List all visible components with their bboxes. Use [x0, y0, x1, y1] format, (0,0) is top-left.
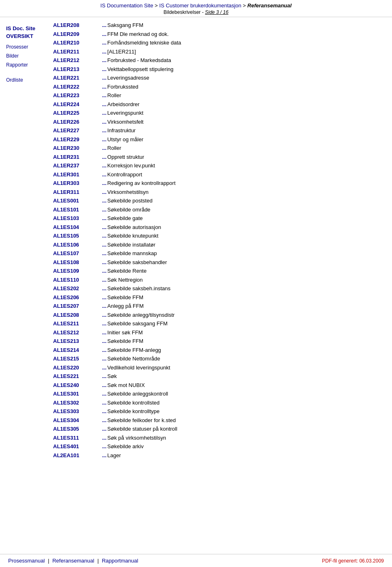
entry-desc: Kontrollrapport: [107, 171, 142, 179]
entry-code[interactable]: AL2EA101: [53, 451, 102, 460]
list-item: AL1ER209...FFM Dle merknad og dok.: [53, 30, 384, 38]
entry-code[interactable]: AL1ER208: [53, 21, 102, 29]
entry-code[interactable]: AL1ER211: [53, 48, 102, 56]
entry-dots: ...: [102, 56, 107, 64]
entry-code[interactable]: AL1ES301: [53, 390, 102, 398]
entry-code[interactable]: AL1ES214: [53, 346, 102, 354]
entry-desc: Søkebilde anlegg/tilsynsdistr: [107, 311, 175, 319]
entry-dots: ...: [102, 329, 107, 337]
entry-code[interactable]: AL1ER227: [53, 127, 102, 135]
entry-desc: Lager: [107, 451, 121, 460]
sidebar-item-prosesser[interactable]: Prosesser: [6, 44, 41, 50]
entry-code[interactable]: AL1ER224: [53, 100, 102, 109]
entry-code[interactable]: AL1ER222: [53, 83, 102, 91]
entry-desc: Arbeidsordrer: [107, 100, 140, 109]
entry-code[interactable]: AL1ES101: [53, 206, 102, 214]
entry-code[interactable]: AL1ES108: [53, 258, 102, 267]
entry-code[interactable]: AL1ER231: [53, 153, 102, 161]
entry-code[interactable]: AL1ES302: [53, 399, 102, 407]
entry-code[interactable]: AL1ES211: [53, 320, 102, 328]
entry-desc: Korreksjon lev.punkt: [107, 162, 155, 170]
entry-code[interactable]: AL1ES221: [53, 372, 102, 380]
entry-dots: ...: [102, 74, 107, 82]
entry-desc: Anlegg på FFM: [107, 302, 144, 310]
list-item: AL1ES221...Søk: [53, 372, 384, 380]
entry-code[interactable]: AL1ES215: [53, 355, 102, 363]
list-item: AL1ER225...Leveringspunkt: [53, 109, 384, 117]
entry-code[interactable]: AL1ES240: [53, 381, 102, 389]
entry-dots: ...: [102, 372, 107, 380]
breadcrumb-site[interactable]: IS Documentation Site: [100, 2, 153, 9]
list-item: AL1ES212...Initier søk FFM: [53, 329, 384, 337]
entry-code[interactable]: AL1ER230: [53, 144, 102, 152]
entry-code[interactable]: AL1ES206: [53, 294, 102, 302]
entry-code[interactable]: AL1ER223: [53, 91, 102, 100]
entry-dots: ...: [102, 232, 107, 240]
entry-code[interactable]: AL1ES109: [53, 267, 102, 275]
entry-code[interactable]: AL1ES110: [53, 276, 102, 284]
footer-link-referansemanual[interactable]: Referansemanual: [52, 558, 94, 564]
list-item: AL1ES401...Søkebilde arkiv: [53, 442, 384, 451]
entry-code[interactable]: AL1ES202: [53, 285, 102, 293]
entry-code[interactable]: AL1ER226: [53, 118, 102, 126]
entry-desc: Vekttabelloppsett stipulering: [107, 65, 174, 73]
main-layout: IS Doc. Site OVERSIKT Prosesser Bilder R…: [0, 17, 392, 548]
entry-code[interactable]: AL1ER225: [53, 109, 102, 117]
entry-code[interactable]: AL1ER221: [53, 74, 102, 82]
entry-code[interactable]: AL1ES207: [53, 302, 102, 310]
entry-dots: ...: [102, 442, 107, 451]
entry-code[interactable]: AL1ES105: [53, 232, 102, 240]
list-item: AL1ER301...Kontrollrapport: [53, 171, 384, 179]
entry-code[interactable]: AL1ER237: [53, 162, 102, 170]
entry-code[interactable]: AL1ES106: [53, 241, 102, 249]
footer-links: Prosessmanual | Referansemanual | Rappor…: [8, 558, 138, 564]
entry-desc: Søkebilde installatør: [107, 241, 156, 249]
entry-code[interactable]: AL1ER210: [53, 39, 102, 47]
sidebar-item-rapporter[interactable]: Rapporter: [6, 62, 41, 68]
entry-code[interactable]: AL1ER311: [53, 188, 102, 196]
entry-code[interactable]: AL1ES001: [53, 197, 102, 205]
entry-desc: Søkebilde mannskap: [107, 249, 157, 258]
entry-dots: ...: [102, 285, 107, 293]
entry-code[interactable]: AL1ES104: [53, 223, 102, 231]
list-item: AL1ER222...Forbrukssted: [53, 83, 384, 91]
breadcrumb-customer[interactable]: IS Customer brukerdokumentasjon: [159, 2, 241, 9]
entry-code[interactable]: AL1ES305: [53, 425, 102, 433]
entry-dots: ...: [102, 65, 107, 73]
entry-code[interactable]: AL1ES212: [53, 329, 102, 337]
list-item: AL1ER224...Arbeidsordrer: [53, 100, 384, 109]
entry-code[interactable]: AL1ES303: [53, 407, 102, 416]
sidebar-item-oversikt[interactable]: OVERSIKT: [6, 33, 41, 39]
list-item: AL1ER213...Vekttabelloppsett stipulering: [53, 65, 384, 73]
sidebar-item-bilder[interactable]: Bilder: [6, 53, 41, 59]
entry-code[interactable]: AL1ES401: [53, 442, 102, 451]
entry-code[interactable]: AL1ER303: [53, 179, 102, 187]
entry-dots: ...: [102, 127, 107, 135]
entry-dots: ...: [102, 346, 107, 354]
entry-code[interactable]: AL1ER209: [53, 30, 102, 38]
entry-code[interactable]: AL1ES107: [53, 249, 102, 258]
entry-code[interactable]: AL1ER212: [53, 56, 102, 64]
list-item: AL1ES302...Søkebilde kontrollsted: [53, 399, 384, 407]
entry-code[interactable]: AL1ER229: [53, 136, 102, 144]
entry-code[interactable]: AL1ER301: [53, 171, 102, 179]
entry-code[interactable]: AL1ES220: [53, 364, 102, 372]
subtitle-text: Bildebeskrivelser: [164, 9, 201, 15]
entry-code[interactable]: AL1ES103: [53, 214, 102, 222]
entry-desc: Virksomhetsfelt: [107, 118, 144, 126]
footer-link-rapportmanual[interactable]: Rapportmanual: [102, 558, 138, 564]
footer-link-prosessmanual[interactable]: Prosessmanual: [8, 558, 45, 564]
entry-code[interactable]: AL1ES304: [53, 416, 102, 425]
list-item: AL1ER311...Virksomhetstilsyn: [53, 188, 384, 196]
footer-sep1: |: [48, 558, 51, 564]
sidebar-item-ordliste[interactable]: Ordliste: [6, 77, 41, 83]
entry-desc: Søkebilde kontrolltype: [107, 407, 160, 416]
list-item: AL1ES301...Søkebilde anleggskontroll: [53, 390, 384, 398]
list-item: AL1ES202...Søkebilde saksbeh.instans: [53, 285, 384, 293]
entry-code[interactable]: AL1ES213: [53, 337, 102, 345]
entry-dots: ...: [102, 21, 107, 29]
entry-code[interactable]: AL1ES311: [53, 434, 102, 442]
entry-code[interactable]: AL1ES208: [53, 311, 102, 319]
list-item: AL1ES305...Søkebilde statuser på kontrol…: [53, 425, 384, 433]
entry-code[interactable]: AL1ER213: [53, 65, 102, 73]
